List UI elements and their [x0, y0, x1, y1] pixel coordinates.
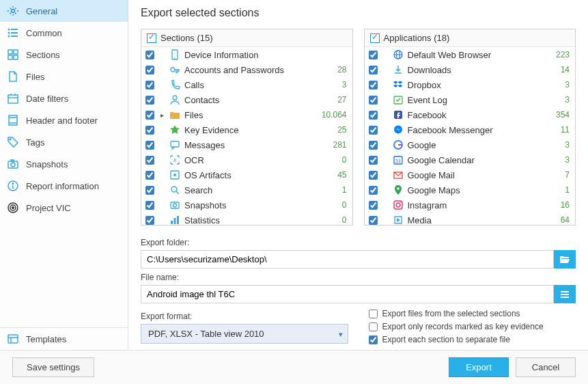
svg-rect-15 [9, 115, 17, 125]
list-item-count: 28 [337, 65, 346, 74]
applications-check-all[interactable] [370, 33, 380, 43]
list-item-checkbox[interactable] [369, 66, 378, 74]
list-item[interactable]: Downloads14 [365, 62, 576, 77]
sidebar-item-general[interactable]: General [0, 0, 128, 22]
list-item[interactable]: Instagram16 [365, 197, 576, 212]
list-item-checkbox[interactable] [145, 126, 154, 135]
list-item[interactable]: ▸Files10.064 [141, 107, 352, 122]
list-item-label: Downloads [408, 65, 557, 75]
list-item[interactable]: Messages281 [141, 137, 352, 152]
list-item-checkbox[interactable] [369, 141, 378, 150]
list-item-checkbox[interactable] [369, 96, 378, 105]
sidebar-item-project-vic[interactable]: Project VIC [0, 197, 128, 219]
applications-list[interactable]: Default Web Browser223Downloads14Dropbox… [365, 47, 576, 225]
option-export-files[interactable]: Export files from the selected sections [369, 309, 576, 318]
list-item[interactable]: Google3 [365, 137, 576, 152]
option-key-evidence-checkbox[interactable] [369, 323, 378, 331]
list-item[interactable]: Statistics0 [141, 212, 352, 225]
list-item-count: 1 [565, 185, 570, 195]
list-item[interactable]: Calls3 [141, 77, 352, 92]
list-item-label: Statistics [184, 215, 338, 225]
list-item-label: Contacts [184, 95, 333, 105]
svg-rect-11 [8, 95, 18, 103]
list-item-checkbox[interactable] [369, 126, 378, 135]
save-settings-button[interactable]: Save settings [12, 357, 94, 377]
browse-folder-button[interactable] [554, 250, 576, 269]
sidebar-item-templates[interactable]: Templates [0, 328, 128, 350]
list-item-checkbox[interactable] [145, 111, 154, 120]
option-separate-file[interactable]: Export each section to separate file [369, 335, 576, 344]
search-icon [169, 184, 180, 195]
sidebar-item-date-filters[interactable]: Date filters [0, 87, 128, 109]
option-export-files-checkbox[interactable] [369, 310, 378, 318]
list-item[interactable]: Media64 [365, 212, 576, 225]
list-item-checkbox[interactable] [145, 156, 154, 165]
list-item-count: 281 [333, 140, 346, 150]
list-item[interactable]: 31Google Calendar3 [365, 152, 576, 167]
file-name-input[interactable] [141, 285, 554, 303]
list-item[interactable]: Facebook Messenger11 [365, 122, 576, 137]
list-item[interactable]: Device Information [141, 47, 352, 62]
sidebar-item-snapshots[interactable]: Snapshots [0, 153, 128, 175]
sections-check-all[interactable] [147, 33, 156, 43]
sidebar-item-sections[interactable]: Sections [0, 44, 128, 66]
cancel-button[interactable]: Cancel [516, 357, 576, 377]
list-item[interactable]: Google Maps1 [365, 182, 576, 197]
list-item-checkbox[interactable] [145, 66, 154, 74]
list-item[interactable]: Google Mail7 [365, 167, 576, 182]
list-item[interactable]: Event Log3 [365, 92, 576, 107]
sidebar-item-label: Files [26, 72, 44, 82]
list-item-checkbox[interactable] [369, 81, 378, 90]
export-folder-input[interactable] [141, 250, 554, 269]
list-item-checkbox[interactable] [145, 96, 154, 105]
sidebar-item-files[interactable]: Files [0, 66, 128, 87]
sidebar-item-header-footer[interactable]: Header and footer [0, 109, 128, 131]
list-item[interactable]: Default Web Browser223 [365, 47, 576, 62]
page-title: Export selected sections [141, 7, 576, 19]
list-item-checkbox[interactable] [369, 111, 378, 120]
sections-panel-header[interactable]: Sections (15) [141, 29, 352, 47]
list-item-checkbox[interactable] [145, 216, 154, 225]
list-item-checkbox[interactable] [145, 81, 154, 90]
applications-panel-header[interactable]: Applications (18) [365, 29, 576, 47]
list-item-checkbox[interactable] [145, 141, 154, 150]
list-item[interactable]: OS Artifacts45 [141, 167, 352, 182]
list-item-checkbox[interactable] [145, 171, 154, 180]
list-item-checkbox[interactable] [369, 216, 378, 225]
list-item-checkbox[interactable] [145, 201, 154, 210]
option-key-evidence[interactable]: Export only records marked as key eviden… [369, 322, 576, 331]
list-item[interactable]: Dropbox3 [365, 77, 576, 92]
list-item[interactable]: Search1 [141, 182, 352, 197]
sections-list[interactable]: Device InformationAccounts and Passwords… [141, 47, 352, 225]
expand-icon[interactable]: ▸ [158, 111, 165, 119]
list-item-count: 64 [561, 215, 570, 225]
file-name-options-button[interactable] [554, 285, 576, 303]
sidebar-item-report-info[interactable]: Report information [0, 175, 128, 197]
export-folder-label: Export folder: [141, 238, 576, 247]
list-item-checkbox[interactable] [369, 51, 378, 59]
list-item-checkbox[interactable] [369, 186, 378, 195]
list-item[interactable]: Facebook354 [365, 107, 576, 122]
export-button[interactable]: Export [449, 357, 509, 377]
list-item-checkbox[interactable] [145, 186, 154, 195]
list-item-checkbox[interactable] [369, 201, 378, 210]
sidebar-item-tags[interactable]: Tags [0, 131, 128, 153]
list-item[interactable]: Key Evidence25 [141, 122, 352, 137]
list-item-label: Google [408, 140, 561, 150]
list-item[interactable]: Snapshots0 [141, 197, 352, 212]
sidebar-item-label: Snapshots [26, 159, 68, 169]
export-format-select[interactable]: PDF, XLSX - Table view 2010 [141, 324, 348, 344]
list-item-checkbox[interactable] [369, 156, 378, 165]
list-item-label: Default Web Browser [408, 50, 552, 60]
sidebar-item-common[interactable]: Common [0, 22, 128, 44]
svg-point-56 [397, 187, 400, 190]
sidebar-item-label: Project VIC [26, 203, 71, 213]
svg-rect-43 [171, 221, 173, 224]
option-separate-file-checkbox[interactable] [369, 335, 378, 344]
list-item[interactable]: AOCR0 [141, 152, 352, 167]
list-item-checkbox[interactable] [369, 171, 378, 180]
list-item[interactable]: Contacts27 [141, 92, 352, 107]
list-item[interactable]: Accounts and Passwords28 [141, 62, 352, 77]
list-item-checkbox[interactable] [145, 51, 154, 59]
list-item-label: Key Evidence [184, 125, 333, 135]
